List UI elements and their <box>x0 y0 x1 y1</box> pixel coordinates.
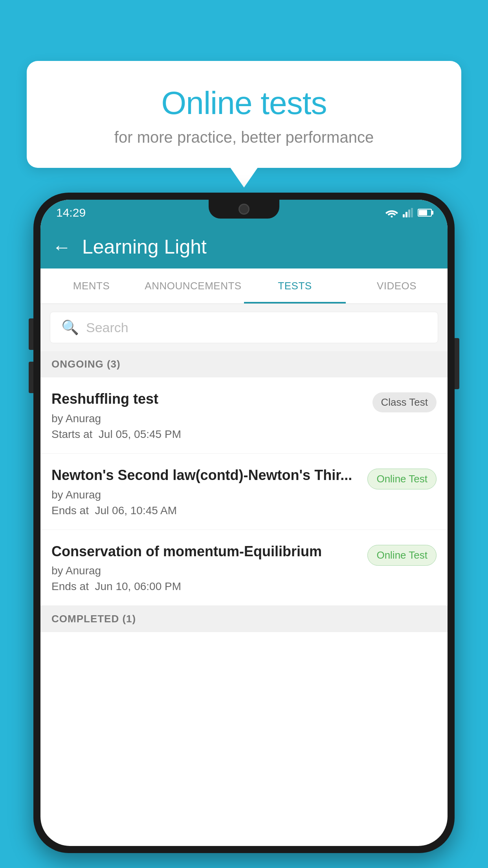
test-item-author: by Anurag <box>51 565 361 577</box>
app-bar: ← Learning Light <box>40 225 448 268</box>
phone-notch <box>209 200 279 219</box>
search-container: 🔍 Search <box>40 304 448 351</box>
test-badge-online: Online Test <box>367 469 437 489</box>
volume-up-button <box>29 318 33 350</box>
battery-icon <box>418 209 432 217</box>
bubble-title: Online tests <box>42 85 446 121</box>
svg-rect-2 <box>405 212 407 217</box>
wifi-icon <box>385 208 398 217</box>
power-button <box>455 338 459 389</box>
search-icon: 🔍 <box>61 319 79 336</box>
test-list: Reshuffling test by Anurag Starts at Jul… <box>40 377 448 606</box>
svg-rect-3 <box>408 210 410 217</box>
test-item-time: Starts at Jul 05, 05:45 PM <box>51 428 366 441</box>
ongoing-section-header: ONGOING (3) <box>40 351 448 377</box>
tab-videos[interactable]: VIDEOS <box>346 268 448 303</box>
search-placeholder: Search <box>86 320 128 335</box>
test-item[interactable]: Newton's Second law(contd)-Newton's Thir… <box>40 454 448 530</box>
test-item-time: Ends at Jun 10, 06:00 PM <box>51 580 361 593</box>
app-bar-title: Learning Light <box>82 235 207 258</box>
test-item-author: by Anurag <box>51 412 366 425</box>
tab-tests[interactable]: TESTS <box>244 268 346 303</box>
svg-rect-4 <box>411 208 413 217</box>
test-item[interactable]: Conservation of momentum-Equilibrium by … <box>40 530 448 606</box>
phone-outer: 14:29 <box>33 193 455 853</box>
test-item-title: Reshuffling test <box>51 390 366 408</box>
test-badge-online: Online Test <box>367 545 437 566</box>
front-camera <box>238 204 250 215</box>
test-badge-class: Class Test <box>372 392 437 412</box>
test-item-time: Ends at Jul 06, 10:45 AM <box>51 504 361 517</box>
status-time: 14:29 <box>56 206 86 219</box>
svg-point-0 <box>391 215 393 217</box>
test-item-content: Newton's Second law(contd)-Newton's Thir… <box>51 466 361 517</box>
completed-section-header: COMPLETED (1) <box>40 606 448 632</box>
signal-icon <box>403 208 413 217</box>
ongoing-section-title: ONGOING (3) <box>51 358 121 370</box>
test-item-content: Conservation of momentum-Equilibrium by … <box>51 542 361 593</box>
phone-screen: 14:29 <box>40 200 448 846</box>
test-item-title: Newton's Second law(contd)-Newton's Thir… <box>51 466 361 485</box>
svg-rect-1 <box>403 214 405 217</box>
tab-announcements[interactable]: ANNOUNCEMENTS <box>142 268 244 303</box>
tabs-bar: MENTS ANNOUNCEMENTS TESTS VIDEOS <box>40 268 448 304</box>
back-button[interactable]: ← <box>52 236 71 258</box>
bubble-subtitle: for more practice, better performance <box>42 129 446 146</box>
test-item-author: by Anurag <box>51 489 361 501</box>
tab-ments[interactable]: MENTS <box>40 268 142 303</box>
completed-section-title: COMPLETED (1) <box>51 613 136 625</box>
phone-container: 14:29 <box>33 193 455 868</box>
test-item-title: Conservation of momentum-Equilibrium <box>51 542 361 561</box>
volume-down-button <box>29 362 33 393</box>
search-bar[interactable]: 🔍 Search <box>50 312 438 343</box>
status-icons <box>385 208 432 217</box>
test-item[interactable]: Reshuffling test by Anurag Starts at Jul… <box>40 377 448 454</box>
test-item-content: Reshuffling test by Anurag Starts at Jul… <box>51 390 366 441</box>
speech-bubble: Online tests for more practice, better p… <box>27 61 461 168</box>
